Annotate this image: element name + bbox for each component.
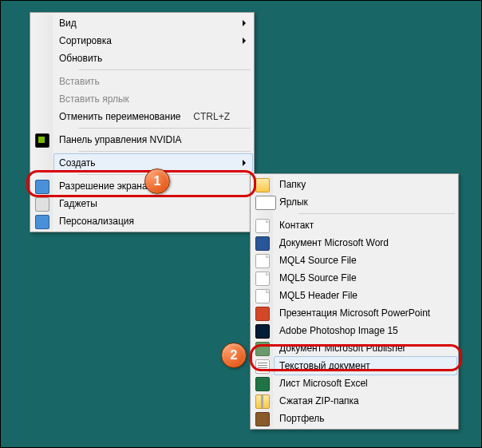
label: Вставить <box>59 76 100 87</box>
submenu-item-folder[interactable]: Папку <box>275 176 456 193</box>
personalize-icon <box>35 215 49 229</box>
text-file-icon <box>255 359 270 374</box>
label: Вид <box>59 18 77 29</box>
submenu-item-shortcut[interactable]: Ярлык <box>275 193 456 211</box>
label: Создать <box>59 157 96 168</box>
submenu-item-mql4src[interactable]: MQL4 Source File <box>275 252 456 269</box>
menu-item-undo-rename[interactable]: Отменить переименованиеCTRL+Z <box>54 108 252 125</box>
contact-icon <box>255 219 270 233</box>
label: Документ Microsoft Publisher <box>279 343 406 354</box>
menu-item-paste: Вставить <box>54 73 252 90</box>
zip-icon <box>255 394 270 409</box>
separator <box>298 213 455 214</box>
nvidia-icon <box>35 133 49 148</box>
submenu-arrow-icon <box>243 20 246 26</box>
publisher-icon <box>255 342 270 356</box>
submenu-arrow-icon <box>243 38 246 44</box>
submenu-item-ppt[interactable]: Презентация Microsoft PowerPoint <box>275 304 456 322</box>
submenu-item-photoshop[interactable]: Adobe Photoshop Image 15 <box>275 322 456 339</box>
label: Ярлык <box>279 196 308 208</box>
label: Сортировка <box>59 35 112 46</box>
word-icon <box>255 236 270 251</box>
label: Текстовый документ <box>279 360 370 371</box>
label: Документ Microsoft Word <box>279 237 389 248</box>
shortcut-text: CTRL+Z <box>193 111 236 122</box>
label: Adobe Photoshop Image 15 <box>279 325 398 336</box>
submenu-item-publisher[interactable]: Документ Microsoft Publisher <box>275 339 456 357</box>
label: Лист Microsoft Excel <box>279 378 368 389</box>
label: Гаджеты <box>59 198 97 209</box>
callout-badge-1: 1 <box>144 168 170 194</box>
submenu-item-text-document[interactable]: Текстовый документ <box>274 356 457 375</box>
label: MQL5 Source File <box>279 272 357 283</box>
label: Портфель <box>279 413 325 424</box>
label: Вставить ярлык <box>59 93 129 105</box>
gadget-icon <box>35 197 49 212</box>
submenu-item-zip[interactable]: Сжатая ZIP-папка <box>275 392 456 410</box>
menu-item-paste-shortcut: Вставить ярлык <box>54 90 252 108</box>
create-submenu: Папку Ярлык Контакт Документ Microsoft W… <box>250 173 459 430</box>
callout-badge-2: 2 <box>221 343 247 368</box>
submenu-item-word[interactable]: Документ Microsoft Word <box>275 234 456 252</box>
briefcase-icon <box>255 412 270 426</box>
label: Панель управления NVIDIA <box>59 134 182 145</box>
menu-item-sort[interactable]: Сортировка <box>54 32 252 50</box>
submenu-item-contact[interactable]: Контакт <box>275 216 456 234</box>
file-icon <box>255 272 270 286</box>
label: Презентация Microsoft PowerPoint <box>279 307 430 319</box>
label: MQL4 Source File <box>279 255 357 266</box>
file-icon <box>255 289 270 303</box>
separator <box>78 151 251 152</box>
label: Папку <box>279 179 306 190</box>
label: MQL5 Header File <box>279 290 358 301</box>
label: Сжатая ZIP-папка <box>279 395 359 406</box>
submenu-item-mql5hdr[interactable]: MQL5 Header File <box>275 287 456 304</box>
label: Контакт <box>279 220 314 231</box>
menu-item-view[interactable]: Вид <box>54 14 252 32</box>
menu-item-refresh[interactable]: Обновить <box>54 50 252 67</box>
powerpoint-icon <box>255 307 270 321</box>
label: Обновить <box>59 53 102 64</box>
separator <box>78 69 251 70</box>
menu-item-personalize[interactable]: Персонализация <box>54 212 252 230</box>
submenu-item-excel[interactable]: Лист Microsoft Excel <box>275 375 456 392</box>
photoshop-icon <box>255 324 270 339</box>
submenu-item-mql5src[interactable]: MQL5 Source File <box>275 269 456 287</box>
menu-item-gadgets[interactable]: Гаджеты <box>54 195 252 212</box>
shortcut-icon <box>255 196 276 210</box>
context-menu: Вид Сортировка Обновить Вставить Вставит… <box>30 12 255 232</box>
file-icon <box>255 254 270 268</box>
folder-icon <box>255 178 270 192</box>
menu-item-nvidia[interactable]: Панель управления NVIDIA <box>54 131 252 149</box>
excel-icon <box>255 377 270 391</box>
submenu-arrow-icon <box>243 160 246 166</box>
label: Разрешение экрана <box>59 180 148 192</box>
separator <box>78 128 251 129</box>
submenu-item-briefcase[interactable]: Портфель <box>275 410 456 427</box>
label: Персонализация <box>59 216 134 227</box>
screen-icon <box>35 180 49 194</box>
label: Отменить переименование <box>59 111 181 122</box>
